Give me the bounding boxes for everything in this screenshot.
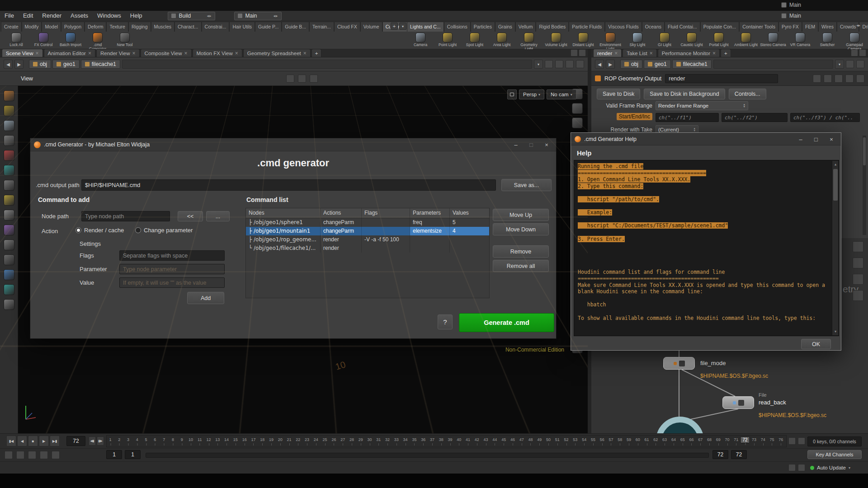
snapping-options-icon[interactable] bbox=[286, 75, 294, 83]
translate-tool-icon[interactable] bbox=[4, 180, 14, 191]
frame-tick-37[interactable]: 37 bbox=[430, 437, 434, 442]
close-button[interactable]: × bbox=[539, 140, 554, 150]
shelf-tab-modify[interactable]: Modify bbox=[22, 22, 42, 32]
controls-button[interactable]: Controls... bbox=[729, 89, 766, 99]
tab-scene-view[interactable]: Scene View× bbox=[2, 49, 43, 57]
value-field[interactable]: If empty, it will use "" as the value bbox=[119, 277, 225, 288]
close-button[interactable]: × bbox=[824, 135, 839, 144]
lasso-select-tool-icon[interactable] bbox=[4, 150, 14, 161]
performance-monitor-icon[interactable] bbox=[798, 464, 805, 471]
frame-tick-46[interactable]: 46 bbox=[510, 437, 515, 442]
zoom-timeline-icon[interactable] bbox=[788, 437, 796, 445]
frame-tick-29[interactable]: 29 bbox=[359, 437, 363, 442]
scene-selector[interactable]: Main ◂▸ bbox=[234, 12, 282, 20]
selector-arrows-icon[interactable]: ◂▸ bbox=[207, 14, 212, 18]
frame-tick-54[interactable]: 54 bbox=[582, 437, 586, 442]
shelf-tool-vr-camera[interactable]: VR Camera bbox=[787, 32, 814, 51]
frame-tick-7[interactable]: 7 bbox=[163, 437, 165, 442]
close-tab-icon[interactable]: × bbox=[614, 51, 618, 56]
frame-tick-23[interactable]: 23 bbox=[305, 437, 309, 442]
frame-tick-62[interactable]: 62 bbox=[653, 437, 658, 442]
new-tab-button[interactable]: + bbox=[311, 49, 322, 57]
network-target-icon[interactable] bbox=[853, 274, 863, 285]
scrollbar-track[interactable]: ▲ ▼ bbox=[832, 161, 838, 335]
global-animation-options-icon[interactable] bbox=[5, 451, 13, 459]
shelf-tool-sky-light[interactable]: Sky Light bbox=[624, 32, 651, 51]
shelf-tab-charact[interactable]: Charact... bbox=[175, 22, 202, 32]
shelf-tool-portal-light[interactable]: Portal Light bbox=[705, 32, 732, 51]
frame-tick-2[interactable]: 2 bbox=[118, 437, 120, 442]
close-tab-icon[interactable]: × bbox=[132, 51, 136, 56]
tab-render-view[interactable]: Render View× bbox=[96, 49, 140, 57]
shelf-scroll-arrows[interactable]: ◂▸ bbox=[856, 23, 860, 28]
shelf-tab-container-tools[interactable]: Container Tools bbox=[739, 22, 778, 32]
shelf-tool-new-tool[interactable]: New Tool bbox=[111, 32, 138, 51]
auto-key-icon[interactable] bbox=[40, 451, 48, 459]
dialog-titlebar[interactable]: .cmd Generator - by Michael Elton Widjaj… bbox=[30, 138, 556, 151]
back-button[interactable]: ◀ bbox=[4, 60, 13, 69]
minimize-button[interactable]: – bbox=[508, 140, 524, 150]
pin-icon[interactable] bbox=[845, 75, 854, 83]
menu-windows[interactable]: Windows bbox=[93, 11, 126, 21]
add-shelf-tab-button[interactable]: + bbox=[391, 23, 398, 30]
close-tab-icon[interactable]: × bbox=[184, 51, 187, 56]
tab-performance-monitor[interactable]: Performance Monitor× bbox=[658, 49, 720, 57]
frame-tick-73[interactable]: 73 bbox=[752, 437, 756, 442]
frame-tick-20[interactable]: 20 bbox=[278, 437, 283, 442]
command-list-table[interactable]: NodesActionsFlagsParametersValues ├ /obj… bbox=[245, 208, 490, 298]
pane-options-icon[interactable] bbox=[856, 60, 864, 68]
breadcrumb-geo1[interactable]: geo1 bbox=[644, 60, 671, 69]
frame-tick-22[interactable]: 22 bbox=[296, 437, 300, 442]
snap-tool-icon[interactable] bbox=[4, 239, 14, 250]
command-row-obj-geo1-filecache1[interactable]: └ /obj/geo1/filecache1/...render bbox=[246, 244, 489, 253]
node-flag-icon[interactable] bbox=[733, 401, 736, 404]
frame-tick-75[interactable]: 75 bbox=[769, 437, 774, 442]
shelf-tab-guide-b[interactable]: Guide B... bbox=[282, 22, 309, 32]
command-row-obj-geo1-rop-geome[interactable]: ├ /obj/geo1/rop_geome...render-V -a -f 5… bbox=[246, 235, 489, 244]
shelf-tool-fx-control[interactable]: FX Control bbox=[30, 32, 57, 51]
parameter-scrollbar[interactable] bbox=[863, 136, 866, 235]
shelf-tab-populate-con[interactable]: Populate Con... bbox=[700, 22, 739, 32]
spinner-arrows-icon[interactable]: ▲▼ bbox=[743, 103, 745, 108]
save-to-disk-in-background-button[interactable]: Save to Disk in Background bbox=[644, 89, 725, 99]
help-book-icon[interactable] bbox=[824, 75, 832, 83]
frame-tick-74[interactable]: 74 bbox=[761, 437, 765, 442]
shelf-tool-ambient-light[interactable]: Ambient Light bbox=[732, 32, 760, 51]
frame-tick-60[interactable]: 60 bbox=[636, 437, 640, 442]
ok-button[interactable]: OK bbox=[801, 339, 831, 349]
shelf-tab-viscous-fluids[interactable]: Viscous Fluids bbox=[605, 22, 642, 32]
tab-composite-view[interactable]: Composite View× bbox=[141, 49, 192, 57]
frame-tick-49[interactable]: 49 bbox=[537, 437, 542, 442]
pose-tool-icon[interactable] bbox=[4, 225, 14, 235]
frame-tick-11[interactable]: 11 bbox=[198, 437, 202, 442]
shelf-tab-terrain[interactable]: Terrain... bbox=[309, 22, 334, 32]
action-render-radio[interactable]: Render / cache bbox=[75, 227, 124, 234]
frame-tick-68[interactable]: 68 bbox=[707, 437, 712, 442]
view-layout-icon[interactable] bbox=[310, 75, 318, 83]
shelf-tab-rigging[interactable]: Rigging bbox=[128, 22, 151, 32]
desktop-selector[interactable]: Build ◂▸ bbox=[168, 12, 215, 20]
playback-range-slider[interactable] bbox=[146, 453, 709, 458]
frame-tick-31[interactable]: 31 bbox=[376, 437, 381, 442]
frame-tick-57[interactable]: 57 bbox=[609, 437, 613, 442]
tab-motion-fx-view[interactable]: Motion FX View× bbox=[193, 49, 242, 57]
frame-tick-72[interactable]: 72 bbox=[741, 436, 750, 443]
menu-assets[interactable]: Assets bbox=[66, 11, 93, 21]
frame-tick-16[interactable]: 16 bbox=[242, 437, 247, 442]
paint-tool-icon[interactable] bbox=[4, 105, 14, 116]
node-flag-icon[interactable] bbox=[674, 362, 677, 365]
path-input[interactable] bbox=[713, 60, 833, 69]
shelf-tab-texture[interactable]: Texture bbox=[106, 22, 128, 32]
read-back-node[interactable] bbox=[722, 396, 754, 409]
frame-end-field[interactable]: ch("../f2") bbox=[722, 113, 788, 122]
frame-tick-66[interactable]: 66 bbox=[689, 437, 693, 442]
close-tab-icon[interactable]: × bbox=[36, 51, 39, 56]
frame-tick-1[interactable]: 1 bbox=[109, 437, 111, 442]
range-end-sub-field[interactable]: 72 bbox=[731, 450, 747, 459]
tab-animation-editor[interactable]: Animation Editor× bbox=[44, 49, 95, 57]
lock-camera-icon[interactable] bbox=[507, 89, 517, 99]
help-button[interactable]: ? bbox=[438, 314, 453, 329]
frame-tick-15[interactable]: 15 bbox=[233, 437, 238, 442]
range-start-sub-field[interactable]: 1 bbox=[125, 450, 141, 459]
audio-options-icon[interactable] bbox=[52, 451, 60, 459]
